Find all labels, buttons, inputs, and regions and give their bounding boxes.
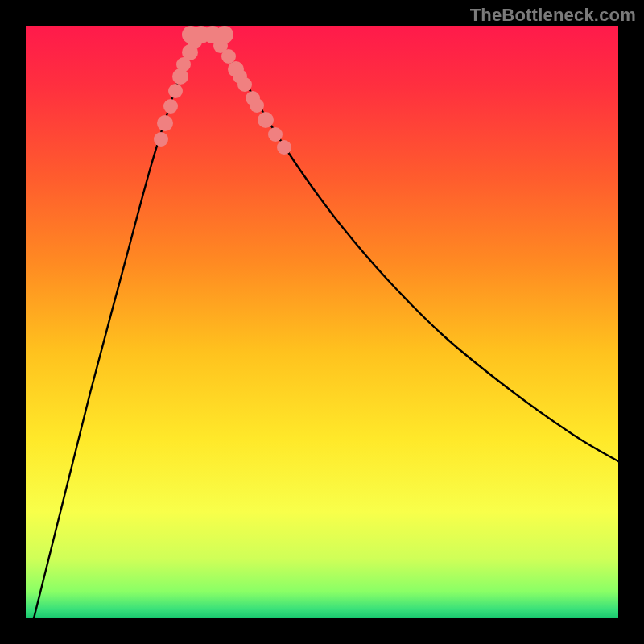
datapoint-marker — [154, 132, 168, 147]
datapoint-marker — [157, 115, 173, 131]
datapoint-marker — [277, 140, 291, 155]
datapoint-marker — [250, 98, 264, 113]
watermark-text: TheBottleneck.com — [470, 5, 636, 26]
datapoint-marker — [163, 99, 178, 114]
gradient-background — [26, 26, 618, 618]
plot-area — [26, 26, 618, 618]
datapoint-marker — [258, 112, 274, 128]
chart-svg — [26, 26, 618, 618]
datapoint-marker — [268, 127, 283, 142]
frame: TheBottleneck.com — [0, 0, 644, 644]
datapoint-marker — [168, 84, 183, 98]
datapoint-marker — [221, 49, 236, 64]
datapoint-marker — [237, 77, 252, 92]
